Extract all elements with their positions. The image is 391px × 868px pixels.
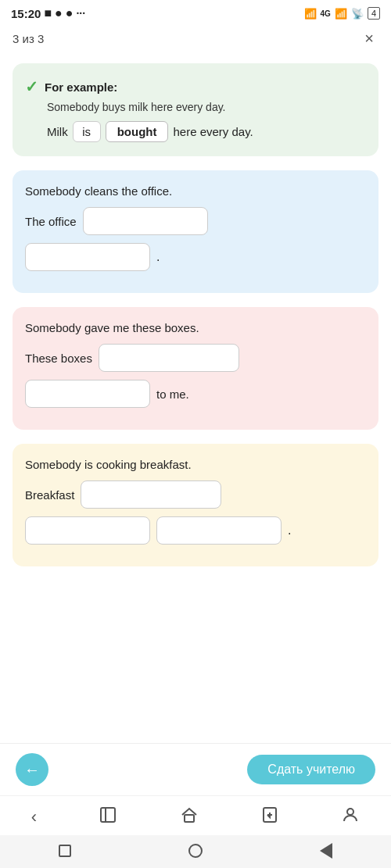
svg-rect-0 — [101, 808, 115, 822]
action-bar: ← Сдать учителю — [0, 743, 391, 795]
content-area: ✓ For example: Somebody buys milk here e… — [0, 55, 391, 743]
exercise3-row1: Breakfast — [25, 480, 366, 509]
exercise2-sentence: Somebody gave me these boxes. — [25, 321, 366, 334]
nav-back-icon[interactable]: ‹ — [23, 805, 45, 829]
example-word-rest: here every day. — [173, 125, 253, 138]
exercise2-suffix: to me. — [156, 388, 189, 401]
android-home-btn[interactable] — [186, 841, 205, 860]
exercise1-period: . — [156, 250, 160, 264]
exercise2-row1: These boxes — [25, 344, 366, 372]
status-time: 15:20 ■ ● ● ··· — [11, 6, 85, 20]
nav-download-icon[interactable] — [253, 804, 287, 830]
exercise2-card: Somebody gave me these boxes. These boxe… — [13, 307, 378, 430]
example-header: ✓ For example: — [25, 77, 366, 96]
example-box-bought: bought — [106, 121, 169, 142]
status-ellipsis: ··· — [76, 7, 85, 20]
wifi-icon: 📡 — [351, 8, 364, 20]
android-nav — [0, 835, 391, 868]
status-dot3: ● — [66, 6, 74, 20]
exercise3-label1: Breakfast — [25, 488, 74, 502]
status-dot1: ■ — [44, 6, 52, 20]
example-card: ✓ For example: Somebody buys milk here e… — [13, 63, 378, 156]
submit-button[interactable]: Сдать учителю — [247, 755, 375, 784]
exercise1-row1: The office — [25, 207, 366, 235]
check-icon: ✓ — [25, 77, 38, 96]
svg-rect-2 — [185, 815, 194, 822]
status-icons: 📶 4G 📶 📡 4 — [304, 7, 380, 20]
android-triangle-icon — [320, 843, 332, 859]
status-bar: 15:20 ■ ● ● ··· 📶 4G 📶 📡 4 — [0, 0, 391, 25]
exercise3-row2: . — [25, 516, 366, 545]
exercise3-input2[interactable] — [25, 516, 150, 545]
example-word-milk: Milk — [47, 125, 68, 138]
battery-icon: 4 — [368, 7, 380, 20]
status-dot2: ● — [55, 6, 63, 20]
exercise1-input2[interactable] — [25, 243, 150, 271]
close-button[interactable]: × — [360, 28, 378, 49]
exercise3-input1[interactable] — [81, 480, 221, 509]
page-counter: 3 из 3 — [13, 32, 44, 45]
svg-point-5 — [347, 809, 353, 815]
android-circle-icon — [188, 844, 203, 858]
exercise1-input1[interactable] — [83, 207, 208, 235]
back-button[interactable]: ← — [16, 753, 48, 786]
exercise2-input2[interactable] — [25, 380, 150, 408]
android-back-btn[interactable] — [317, 841, 335, 860]
android-square-btn[interactable] — [56, 841, 74, 860]
time-label: 15:20 — [11, 7, 41, 20]
back-arrow-icon: ← — [24, 761, 40, 779]
exercise3-period: . — [288, 523, 291, 538]
nav-bar: 3 из 3 × — [0, 25, 391, 55]
example-fill-row: Milk is bought here every day. — [47, 121, 366, 142]
android-square-icon — [59, 845, 71, 857]
exercise1-label1: The office — [25, 215, 77, 228]
exercise1-row2: . — [25, 243, 366, 271]
example-box-is: is — [73, 121, 101, 142]
nav-profile-icon[interactable] — [333, 804, 368, 830]
4g-icon: 4G — [321, 9, 331, 18]
signal2-icon: 📶 — [335, 8, 347, 20]
signal-icon: 📶 — [304, 8, 317, 20]
nav-book-icon[interactable] — [91, 804, 125, 830]
exercise2-input1[interactable] — [99, 344, 239, 372]
example-title: For example: — [45, 80, 117, 94]
exercise3-card: Somebody is cooking breakfast. Breakfast… — [13, 444, 378, 566]
exercise3-sentence: Somebody is cooking breakfast. — [25, 458, 366, 471]
exercise2-row2: to me. — [25, 380, 366, 408]
exercise3-input3[interactable] — [156, 516, 282, 545]
exercise1-card: Somebody cleans the office. The office . — [13, 170, 378, 293]
nav-home-icon[interactable] — [172, 804, 206, 830]
example-sentence: Somebody buys milk here every day. — [47, 101, 366, 113]
exercise2-label1: These boxes — [25, 352, 92, 365]
exercise1-sentence: Somebody cleans the office. — [25, 184, 366, 198]
system-nav: ‹ — [0, 795, 391, 835]
